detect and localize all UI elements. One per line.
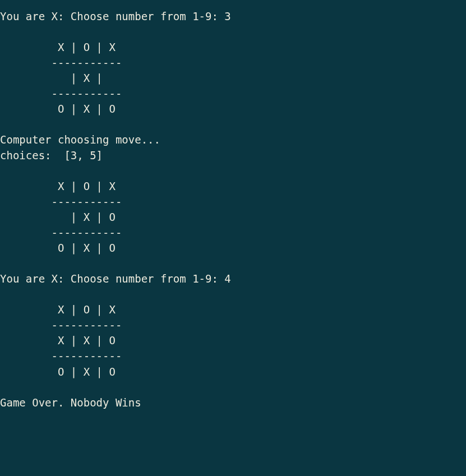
terminal-output: You are X: Choose number from 1-9: 3 X |… [0,9,466,410]
